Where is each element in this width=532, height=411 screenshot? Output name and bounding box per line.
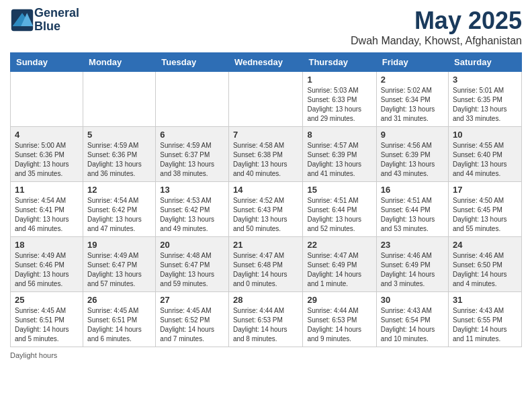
footer-text: Daylight hours (10, 351, 57, 359)
day-number: 25 (15, 295, 79, 305)
week-row-1: 4Sunrise: 5:00 AM Sunset: 6:36 PM Daylig… (11, 127, 522, 182)
day-header-sunday: Sunday (11, 53, 83, 72)
day-number: 15 (307, 185, 371, 195)
footer: Daylight hours (10, 351, 522, 359)
month-title: May 2025 (351, 7, 522, 35)
calendar-cell: 14Sunrise: 4:52 AM Sunset: 6:43 PM Dayli… (228, 182, 303, 237)
logo-line1: General (34, 7, 79, 20)
calendar-cell (228, 72, 303, 127)
day-number: 11 (15, 185, 79, 195)
day-info: Sunrise: 4:56 AM Sunset: 6:39 PM Dayligh… (381, 141, 444, 179)
logo-text: General Blue (34, 7, 79, 34)
calendar-cell: 5Sunrise: 4:59 AM Sunset: 6:36 PM Daylig… (83, 127, 156, 182)
calendar-cell: 26Sunrise: 4:45 AM Sunset: 6:51 PM Dayli… (83, 292, 156, 347)
day-info: Sunrise: 5:03 AM Sunset: 6:33 PM Dayligh… (307, 86, 371, 124)
calendar-cell: 1Sunrise: 5:03 AM Sunset: 6:33 PM Daylig… (303, 72, 376, 127)
day-number: 29 (307, 295, 371, 305)
day-info: Sunrise: 4:46 AM Sunset: 6:49 PM Dayligh… (381, 251, 444, 289)
day-header-friday: Friday (376, 53, 448, 72)
calendar-cell: 23Sunrise: 4:46 AM Sunset: 6:49 PM Dayli… (376, 237, 448, 292)
logo-icon (10, 8, 34, 32)
day-info: Sunrise: 4:47 AM Sunset: 6:48 PM Dayligh… (233, 251, 299, 289)
day-info: Sunrise: 4:45 AM Sunset: 6:51 PM Dayligh… (87, 306, 151, 344)
day-info: Sunrise: 4:53 AM Sunset: 6:42 PM Dayligh… (160, 196, 224, 234)
calendar-cell: 9Sunrise: 4:56 AM Sunset: 6:39 PM Daylig… (376, 127, 448, 182)
day-number: 13 (160, 185, 224, 195)
day-info: Sunrise: 4:49 AM Sunset: 6:47 PM Dayligh… (87, 251, 151, 289)
day-info: Sunrise: 4:49 AM Sunset: 6:46 PM Dayligh… (15, 251, 79, 289)
day-info: Sunrise: 4:59 AM Sunset: 6:36 PM Dayligh… (87, 141, 151, 179)
day-number: 12 (87, 185, 151, 195)
day-number: 5 (87, 130, 151, 140)
day-number: 3 (453, 75, 517, 85)
calendar-cell: 16Sunrise: 4:51 AM Sunset: 6:44 PM Dayli… (376, 182, 448, 237)
day-info: Sunrise: 4:50 AM Sunset: 6:45 PM Dayligh… (453, 196, 517, 234)
day-header-tuesday: Tuesday (156, 53, 229, 72)
day-info: Sunrise: 5:02 AM Sunset: 6:34 PM Dayligh… (381, 86, 444, 124)
day-number: 26 (87, 295, 151, 305)
day-number: 9 (381, 130, 444, 140)
day-number: 23 (381, 240, 444, 250)
calendar-body: 1Sunrise: 5:03 AM Sunset: 6:33 PM Daylig… (11, 72, 522, 347)
calendar-cell: 3Sunrise: 5:01 AM Sunset: 6:35 PM Daylig… (449, 72, 522, 127)
calendar-cell: 27Sunrise: 4:45 AM Sunset: 6:52 PM Dayli… (156, 292, 229, 347)
calendar-cell: 25Sunrise: 4:45 AM Sunset: 6:51 PM Dayli… (11, 292, 83, 347)
calendar-cell: 24Sunrise: 4:46 AM Sunset: 6:50 PM Dayli… (449, 237, 522, 292)
day-number: 19 (87, 240, 151, 250)
calendar-cell: 22Sunrise: 4:47 AM Sunset: 6:49 PM Dayli… (303, 237, 376, 292)
day-info: Sunrise: 4:44 AM Sunset: 6:53 PM Dayligh… (307, 306, 371, 344)
header-row: SundayMondayTuesdayWednesdayThursdayFrid… (11, 53, 522, 72)
calendar-cell: 15Sunrise: 4:51 AM Sunset: 6:44 PM Dayli… (303, 182, 376, 237)
day-info: Sunrise: 4:58 AM Sunset: 6:38 PM Dayligh… (233, 141, 299, 179)
day-info: Sunrise: 4:43 AM Sunset: 6:55 PM Dayligh… (453, 306, 517, 344)
calendar-cell: 4Sunrise: 5:00 AM Sunset: 6:36 PM Daylig… (11, 127, 83, 182)
day-info: Sunrise: 4:54 AM Sunset: 6:42 PM Dayligh… (87, 196, 151, 234)
day-number: 14 (233, 185, 299, 195)
day-number: 6 (160, 130, 224, 140)
day-number: 20 (160, 240, 224, 250)
calendar-cell: 17Sunrise: 4:50 AM Sunset: 6:45 PM Dayli… (449, 182, 522, 237)
day-number: 2 (381, 75, 444, 85)
day-number: 27 (160, 295, 224, 305)
day-number: 7 (233, 130, 299, 140)
day-info: Sunrise: 4:59 AM Sunset: 6:37 PM Dayligh… (160, 141, 224, 179)
day-header-monday: Monday (83, 53, 156, 72)
day-number: 4 (15, 130, 79, 140)
logo-line2: Blue (34, 20, 79, 34)
calendar-cell: 6Sunrise: 4:59 AM Sunset: 6:37 PM Daylig… (156, 127, 229, 182)
calendar-cell: 13Sunrise: 4:53 AM Sunset: 6:42 PM Dayli… (156, 182, 229, 237)
calendar-cell: 20Sunrise: 4:48 AM Sunset: 6:47 PM Dayli… (156, 237, 229, 292)
day-info: Sunrise: 4:46 AM Sunset: 6:50 PM Dayligh… (453, 251, 517, 289)
day-info: Sunrise: 5:00 AM Sunset: 6:36 PM Dayligh… (15, 141, 79, 179)
week-row-3: 18Sunrise: 4:49 AM Sunset: 6:46 PM Dayli… (11, 237, 522, 292)
day-header-thursday: Thursday (303, 53, 376, 72)
week-row-2: 11Sunrise: 4:54 AM Sunset: 6:41 PM Dayli… (11, 182, 522, 237)
calendar-cell: 7Sunrise: 4:58 AM Sunset: 6:38 PM Daylig… (228, 127, 303, 182)
day-header-wednesday: Wednesday (228, 53, 303, 72)
day-number: 16 (381, 185, 444, 195)
calendar-header: SundayMondayTuesdayWednesdayThursdayFrid… (11, 53, 522, 72)
location-title: Dwah Manday, Khowst, Afghanistan (351, 35, 522, 47)
day-info: Sunrise: 4:57 AM Sunset: 6:39 PM Dayligh… (307, 141, 371, 179)
day-number: 17 (453, 185, 517, 195)
day-number: 24 (453, 240, 517, 250)
day-info: Sunrise: 4:45 AM Sunset: 6:51 PM Dayligh… (15, 306, 79, 344)
day-number: 1 (307, 75, 371, 85)
day-info: Sunrise: 4:43 AM Sunset: 6:54 PM Dayligh… (381, 306, 444, 344)
day-number: 22 (307, 240, 371, 250)
day-info: Sunrise: 4:48 AM Sunset: 6:47 PM Dayligh… (160, 251, 224, 289)
calendar-table: SundayMondayTuesdayWednesdayThursdayFrid… (10, 52, 522, 347)
calendar-cell: 10Sunrise: 4:55 AM Sunset: 6:40 PM Dayli… (449, 127, 522, 182)
day-number: 8 (307, 130, 371, 140)
day-number: 10 (453, 130, 517, 140)
logo: General Blue (10, 7, 79, 34)
calendar-cell: 28Sunrise: 4:44 AM Sunset: 6:53 PM Dayli… (228, 292, 303, 347)
calendar-cell: 19Sunrise: 4:49 AM Sunset: 6:47 PM Dayli… (83, 237, 156, 292)
day-number: 31 (453, 295, 517, 305)
day-number: 28 (233, 295, 299, 305)
day-number: 30 (381, 295, 444, 305)
day-header-saturday: Saturday (449, 53, 522, 72)
week-row-0: 1Sunrise: 5:03 AM Sunset: 6:33 PM Daylig… (11, 72, 522, 127)
day-info: Sunrise: 4:51 AM Sunset: 6:44 PM Dayligh… (381, 196, 444, 234)
day-info: Sunrise: 4:52 AM Sunset: 6:43 PM Dayligh… (233, 196, 299, 234)
